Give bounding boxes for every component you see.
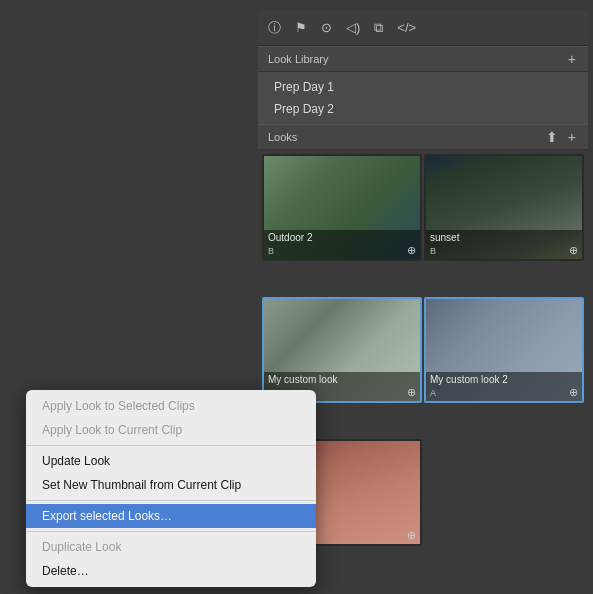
menu-item-apply-current[interactable]: Apply Look to Current Clip <box>26 418 316 442</box>
library-item-prepday1[interactable]: Prep Day 1 <box>258 76 588 98</box>
menu-separator-1 <box>26 445 316 446</box>
audio-icon[interactable]: ◁) <box>346 20 360 35</box>
info-icon[interactable]: ⓘ <box>268 19 281 37</box>
menu-separator-2 <box>26 500 316 501</box>
look-library-header: Look Library + <box>258 46 588 72</box>
zoom-icon-mycustomlook2[interactable]: ⊕ <box>569 386 578 399</box>
menu-item-set-thumbnail[interactable]: Set New Thumbnail from Current Clip <box>26 473 316 497</box>
clock-icon[interactable]: ⊙ <box>321 20 332 35</box>
looks-header: Looks ⬆ + <box>258 124 588 150</box>
menu-item-export-looks[interactable]: Export selected Looks… <box>26 504 316 528</box>
look-thumb-sunset[interactable]: sunset B ⊕ <box>424 154 584 261</box>
look-thumb-outdoor2[interactable]: Outdoor 2 B ⊕ <box>262 154 422 261</box>
looks-import-button[interactable]: ⬆ <box>544 130 560 144</box>
look-library-title: Look Library <box>268 53 329 65</box>
context-menu: Apply Look to Selected Clips Apply Look … <box>26 390 316 587</box>
code-icon[interactable]: </> <box>397 20 416 35</box>
zoom-icon-outdoor2[interactable]: ⊕ <box>407 244 416 257</box>
menu-item-delete[interactable]: Delete… <box>26 559 316 583</box>
zoom-icon-sunset[interactable]: ⊕ <box>569 244 578 257</box>
menu-item-update-look[interactable]: Update Look <box>26 449 316 473</box>
look-label-outdoor2: Outdoor 2 B <box>264 230 420 259</box>
looks-title: Looks <box>268 131 297 143</box>
looks-header-actions: ⬆ + <box>544 130 578 144</box>
look-thumb-mycustomlook2[interactable]: My custom look 2 A ⊕ <box>424 297 584 404</box>
menu-item-apply-selected[interactable]: Apply Look to Selected Clips <box>26 394 316 418</box>
flag-icon[interactable]: ⚑ <box>295 20 307 35</box>
copy-icon[interactable]: ⧉ <box>374 20 383 36</box>
zoom-icon-mycustomlook[interactable]: ⊕ <box>407 386 416 399</box>
toolbar: ⓘ ⚑ ⊙ ◁) ⧉ </> <box>258 10 588 46</box>
look-label-sunset: sunset B <box>426 230 582 259</box>
menu-separator-3 <box>26 531 316 532</box>
menu-item-duplicate-look[interactable]: Duplicate Look <box>26 535 316 559</box>
look-thumb-mycustomlook[interactable]: My custom look A ⊕ <box>262 297 422 404</box>
library-item-prepday2[interactable]: Prep Day 2 <box>258 98 588 120</box>
look-label-mycustomlook2: My custom look 2 A <box>426 372 582 401</box>
zoom-icon-red[interactable]: ⊕ <box>407 529 416 542</box>
looks-add-button[interactable]: + <box>566 130 578 144</box>
look-library-list: Prep Day 1 Prep Day 2 <box>258 72 588 124</box>
look-library-add-button[interactable]: + <box>566 52 578 66</box>
